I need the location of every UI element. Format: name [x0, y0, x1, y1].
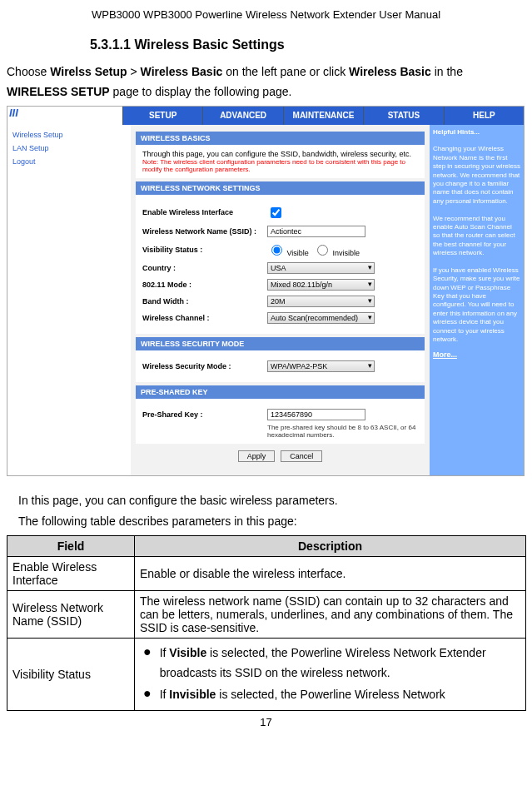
after-text: In this page, you can configure the basi… [18, 491, 525, 533]
cancel-button[interactable]: Cancel [281, 450, 322, 462]
panel-basics-text: Through this page, you can configure the… [142, 150, 418, 158]
intro-paragraph: Choose Wirelss Setup > Wireless Basic on… [7, 62, 525, 102]
top-nav: SETUP ADVANCED MAINTENANCE STATUS HELP [122, 107, 524, 125]
mode-select[interactable]: Mixed 802.11b/g/n [267, 279, 375, 291]
hints-panel: Helpful Hints... Changing your Wireless … [430, 125, 524, 475]
cell-desc: ●If Visible is selected, the Powerline W… [135, 639, 526, 710]
channel-select[interactable]: Auto Scan(recommended) [267, 312, 375, 324]
panel-network-head: WIRELESS NETWORK SETTINGS [136, 181, 425, 195]
hints-text-2: We recommend that you enable Auto Scan C… [433, 215, 515, 257]
hints-more-link[interactable]: More... [433, 350, 520, 360]
nav-status[interactable]: STATUS [363, 107, 443, 125]
security-mode-select[interactable]: WPA/WPA2-PSK [267, 360, 375, 372]
settings-screenshot: III SETUP ADVANCED MAINTENANCE STATUS HE… [7, 106, 525, 476]
ssid-label: Wireless Network Name (SSID) : [142, 227, 267, 236]
brand-logo: III [7, 107, 122, 125]
cell-field: Visibility Status [7, 639, 135, 710]
config-line: In this page, you can configure the basi… [18, 491, 525, 511]
cell-field: Wireless Network Name (SSID) [7, 591, 135, 639]
table-row: Visibility Status ●If Visible is selecte… [7, 639, 526, 710]
country-label: Country : [142, 264, 267, 272]
visibility-invisible-radio[interactable] [317, 245, 328, 256]
channel-label: Wireless Channel : [142, 314, 267, 322]
visibility-visible-radio[interactable] [271, 245, 282, 256]
main-panel: WIRELESS BASICS Through this page, you c… [131, 125, 430, 475]
param-table: Field Description Enable Wireless Interf… [7, 535, 526, 710]
table-row: Enable Wireless Interface Enable or disa… [7, 557, 526, 591]
cell-desc: The wireless network name (SSID) can con… [135, 591, 526, 639]
doc-header: WPB3000 WPB3000 Powerline Wireless Netwo… [7, 8, 525, 21]
left-sidebar: Wireless Setup LAN Setup Logout [7, 125, 131, 475]
hints-text-3: If you have enabled Wireless Security, m… [433, 266, 520, 343]
panel-basics-note: Note: The wireless client configuration … [142, 158, 418, 173]
panel-basics-head: WIRELESS BASICS [136, 132, 425, 145]
bullet-icon: ● [143, 644, 152, 683]
nav-advanced[interactable]: ADVANCED [202, 107, 282, 125]
psk-input[interactable]: 1234567890 [267, 409, 365, 420]
section-heading: 5.3.1.1 Wireless Basic Settings [90, 37, 525, 52]
table-row: Wireless Network Name (SSID) The wireles… [7, 591, 526, 639]
psk-label: Pre-Shared Key : [142, 410, 267, 419]
security-mode-label: Wireless Security Mode : [142, 362, 267, 370]
cell-desc: Enable or disable the wireless interface… [135, 557, 526, 591]
panel-psk-head: PRE-SHARED KEY [136, 385, 425, 399]
hints-text-1: Changing your Wireless Network Name is t… [433, 145, 520, 204]
mode-label: 802.11 Mode : [142, 281, 267, 289]
visibility-label: Visibility Status : [142, 246, 267, 254]
enable-wireless-label: Enable Wireless Interface [142, 208, 267, 216]
cell-field: Enable Wireless Interface [7, 557, 135, 591]
nav-setup[interactable]: SETUP [122, 107, 202, 125]
product-code: WPB3000 [92, 8, 141, 21]
th-desc: Description [135, 536, 526, 557]
sidebar-item-logout[interactable]: Logout [12, 155, 126, 168]
psk-note: The pre-shared key should be 8 to 63 ASC… [267, 424, 418, 439]
page-number: 17 [7, 716, 525, 728]
bullet-icon: ● [143, 685, 152, 705]
panel-security-head: WIRELESS SECURITY MODE [136, 337, 425, 350]
sidebar-item-lan[interactable]: LAN Setup [12, 142, 126, 155]
nav-help[interactable]: HELP [444, 107, 524, 125]
invisible-text: Invisible [332, 249, 360, 257]
nav-maintenance[interactable]: MAINTENANCE [283, 107, 363, 125]
hints-title: Helpful Hints... [433, 128, 480, 136]
table-intro: The following table describes parameters… [18, 512, 525, 532]
th-field: Field [7, 536, 135, 557]
enable-wireless-checkbox[interactable] [271, 207, 281, 218]
apply-button[interactable]: Apply [238, 450, 276, 462]
bandwidth-label: Band Width : [142, 297, 267, 306]
sidebar-item-wireless[interactable]: Wireless Setup [12, 128, 126, 142]
bandwidth-select[interactable]: 20M [267, 296, 375, 307]
visible-text: Visible [287, 249, 309, 257]
country-select[interactable]: USA [267, 262, 375, 274]
ssid-input[interactable]: Actiontec [267, 226, 365, 237]
